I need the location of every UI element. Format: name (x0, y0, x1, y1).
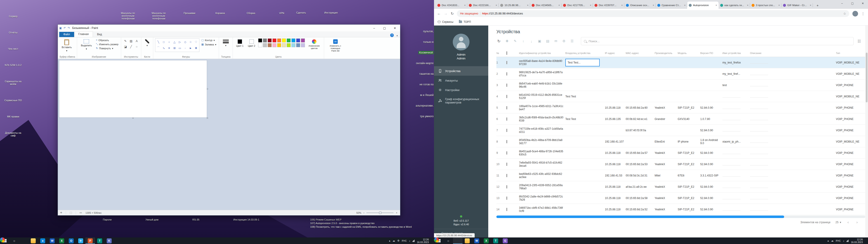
row-checkbox[interactable] (506, 208, 507, 211)
desktop-icon-label[interactable]: Пароли (103, 218, 112, 221)
sidebar-menu-item[interactable]: Аккаунты (434, 76, 488, 85)
browser-tab[interactable]: GIF Maker - Cr... × (781, 2, 813, 9)
eraser-tool-icon[interactable]: ◪ (123, 44, 128, 49)
column-header[interactable]: Идентификатор устройства (519, 52, 565, 55)
description-cell[interactable] (750, 196, 836, 200)
color2-button[interactable]: Цвет 2 (246, 38, 257, 48)
toolbar-icon[interactable]: ▤ (545, 39, 550, 43)
description-cell[interactable] (750, 117, 836, 121)
scrollbar-thumb[interactable] (496, 216, 784, 218)
security-warning[interactable]: Не защищено (460, 12, 478, 15)
palette-swatch[interactable] (287, 43, 291, 47)
palette-swatch[interactable] (291, 43, 296, 47)
taskbar-app-button[interactable] (19, 238, 29, 244)
paint-canvas[interactable] (59, 60, 207, 118)
taskbar-app-button[interactable]: P (86, 238, 95, 244)
text-tool-icon[interactable]: А (134, 38, 139, 43)
browser-tab[interactable]: Doc #234565... × (530, 2, 561, 9)
pencil-tool-icon[interactable]: ✎ (123, 38, 128, 43)
tab-close-icon[interactable]: × (716, 4, 717, 6)
minimize-button[interactable]: – (837, 0, 847, 7)
toolbar-icon[interactable]: ↻ (496, 39, 501, 43)
tab-close-icon[interactable]: × (810, 4, 811, 6)
owner-cell[interactable]: Test Test (565, 118, 605, 121)
taskbar-app-button[interactable]: T (95, 238, 104, 244)
row-checkbox[interactable] (506, 118, 507, 121)
device-name-cell[interactable] (722, 151, 750, 155)
network-icon[interactable] (412, 240, 415, 242)
column-header[interactable]: Имя устройства (722, 52, 750, 55)
browser-tab[interactable]: Autoprovision × (687, 2, 719, 9)
minimize-button[interactable]: – (369, 25, 379, 31)
palette-swatch[interactable] (258, 43, 262, 47)
zoom-slider-thumb[interactable] (379, 212, 381, 214)
toolbar-icon[interactable]: ↓ (529, 39, 534, 43)
taskbar-app-button[interactable]: ✈ (76, 238, 86, 244)
taskbar-app-button[interactable] (463, 238, 472, 244)
shape-icon[interactable]: ► (189, 47, 192, 50)
palette-swatch[interactable] (277, 43, 281, 47)
palette-swatch[interactable] (301, 43, 305, 47)
shape-icon[interactable]: ▷ (179, 40, 181, 43)
palette-swatch[interactable] (301, 38, 305, 42)
desktop-icon[interactable]: Сделать (291, 2, 311, 14)
device-name-cell[interactable]: my_test_firef... (722, 72, 750, 75)
bookmark-item[interactable]: Сервисы (438, 20, 454, 24)
shape-icon[interactable]: △ (174, 40, 176, 43)
bookmark-folder[interactable]: ТОРП (459, 20, 471, 24)
desktop-icon[interactable]: Документы на смф (3, 122, 24, 137)
owner-cell[interactable]: Test Test... (565, 59, 605, 66)
paint3d-button[interactable]: Изменить с помощью Paint 3D (326, 38, 345, 53)
toolbar-icon[interactable]: ✎ (513, 39, 518, 43)
vertical-scrollbar[interactable] (865, 26, 868, 238)
browser-tab[interactable]: Doc #239707... × (593, 2, 624, 9)
row-checkbox[interactable] (506, 95, 507, 98)
shape-icon[interactable]: ○ (168, 40, 170, 43)
row-checkbox[interactable] (506, 163, 507, 166)
color1-button[interactable]: Цвет 1 (235, 38, 245, 48)
back-icon[interactable]: ← (437, 11, 441, 16)
palette-swatch[interactable] (258, 38, 262, 42)
desktop-icon[interactable]: Сборка (241, 3, 261, 14)
description-cell[interactable] (750, 140, 836, 144)
device-name-cell[interactable] (722, 185, 750, 189)
desktop-icon[interactable]: Инструкция (320, 2, 341, 14)
tab-close-icon[interactable]: × (527, 4, 528, 6)
shape-icon[interactable]: ♡ (195, 40, 197, 43)
column-header[interactable]: Тип (836, 52, 865, 55)
palette-swatch[interactable] (268, 43, 272, 47)
taskbar-app-button[interactable]: O (66, 238, 76, 244)
table-row[interactable]: 12 209a0413-23f3-4339-9352-281e59a766a0 … (496, 181, 865, 192)
browser-tab[interactable]: Сравнение Ст... × (656, 2, 687, 9)
description-cell[interactable] (750, 151, 836, 155)
zoom-slider[interactable] (366, 213, 394, 213)
row-checkbox[interactable] (506, 106, 507, 109)
redo-icon[interactable]: ↷ (68, 26, 70, 30)
toolbar-icon[interactable]: ↑ (521, 39, 526, 43)
desktop-icon-label[interactable]: Умный дом (146, 218, 158, 221)
shape-icon[interactable]: ⊞ (174, 47, 176, 50)
desktop-icon[interactable]: Прошивки (179, 3, 200, 14)
row-checkbox[interactable] (506, 72, 507, 75)
shape-icon[interactable]: ∿ (162, 47, 165, 50)
shape-icon[interactable]: ◦ (185, 47, 186, 50)
maximize-button[interactable]: ▢ (847, 0, 858, 7)
palette-swatch[interactable] (277, 38, 281, 42)
tray-icon[interactable]: ☁ (393, 239, 395, 242)
toolbar-icon[interactable]: ▣ (537, 39, 542, 43)
volume-icon[interactable]: ♪ (843, 240, 844, 242)
zoom-out-icon[interactable]: − (363, 211, 365, 214)
palette-swatch[interactable] (291, 38, 296, 42)
taskbar-clock[interactable]: 12:26 16.03.2023 (417, 238, 429, 244)
bookmark-star-icon[interactable]: ☆ (843, 12, 846, 16)
row-checkbox[interactable] (506, 185, 507, 188)
description-cell[interactable] (750, 162, 836, 166)
language-indicator[interactable]: РУС (402, 240, 407, 242)
shape-icon[interactable]: □ (163, 40, 164, 43)
description-cell[interactable] (750, 106, 836, 110)
browser-menu-icon[interactable]: ⋮ (861, 11, 865, 16)
table-row[interactable]: 14 346971bc-cbf9-47e2-88b1-456c736f0cf9 … (496, 204, 865, 215)
taskbar-search-button[interactable]: ○ (443, 238, 453, 244)
description-cell[interactable] (750, 95, 836, 98)
shape-icon[interactable]: ◇ (184, 40, 186, 43)
